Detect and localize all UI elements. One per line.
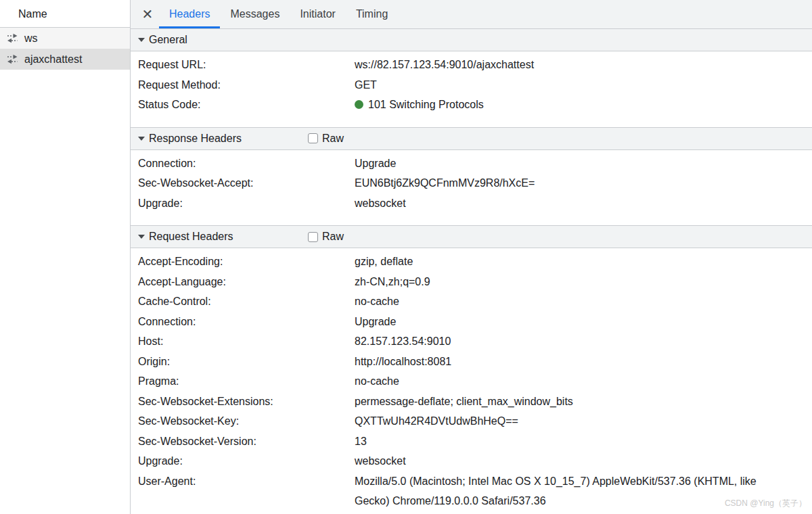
header-value-text: no-cache: [355, 296, 399, 307]
header-value: zh-CN,zh;q=0.9: [355, 272, 430, 292]
header-row: Sec-Websocket-Accept: EUN6Btj6Zk9QCFnmMV…: [131, 173, 812, 193]
header-value: http://localhost:8081: [355, 352, 451, 372]
request-list-item-ajaxchattest[interactable]: ajaxchattest: [0, 49, 130, 70]
header-value-text: Mozilla/5.0 (Macintosh; Intel Mac OS X 1…: [355, 475, 757, 507]
tab-timing[interactable]: Timing: [346, 0, 398, 28]
header-row: User-Agent: Mozilla/5.0 (Macintosh; Inte…: [131, 471, 812, 511]
header-name: Connection:: [131, 312, 355, 332]
header-row: Upgrade: websocket: [131, 451, 812, 471]
header-value: websocket: [355, 193, 406, 214]
header-name: Status Code:: [131, 95, 355, 115]
header-value: 82.157.123.54:9010: [355, 331, 451, 352]
header-row: Pragma: no-cache: [131, 371, 812, 392]
request-name: ws: [24, 32, 38, 45]
collapse-triangle-icon: [138, 38, 145, 42]
header-value-text: no-cache: [355, 375, 399, 387]
header-value-text: Upgrade: [355, 316, 396, 327]
section-header[interactable]: General: [131, 29, 812, 51]
section-rows: Accept-Encoding: gzip, deflate Accept-La…: [131, 248, 812, 514]
section-rows: Request URL: ws://82.157.123.54:9010/aja…: [131, 51, 812, 118]
header-row: Status Code: 101 Switching Protocols: [131, 95, 812, 115]
header-row: Request URL: ws://82.157.123.54:9010/aja…: [131, 55, 812, 75]
header-value-text: http://localhost:8081: [355, 356, 451, 367]
section-request-headers: Request Headers Raw Accept-Encoding: gzi…: [131, 225, 812, 514]
raw-checkbox[interactable]: [308, 133, 318, 143]
header-name: Sec-Websocket-Extensions:: [131, 392, 355, 412]
header-value-text: QXTTwUh42R4DVtUdwBhHeQ==: [355, 415, 518, 427]
header-name: Pragma:: [131, 371, 355, 392]
header-value-text: 13: [355, 436, 367, 447]
request-name: ajaxchattest: [24, 53, 82, 66]
collapse-triangle-icon: [138, 137, 145, 141]
header-name: Cache-Control:: [131, 291, 355, 312]
header-value-text: zh-CN,zh;q=0.9: [355, 276, 430, 287]
header-value: no-cache: [355, 291, 399, 312]
header-value: gzip, deflate: [355, 252, 413, 272]
header-name: Accept-Encoding:: [131, 252, 355, 272]
header-row: Connection: Upgrade: [131, 154, 812, 174]
header-name: Request URL:: [131, 55, 355, 75]
header-value: EUN6Btj6Zk9QCFnmMVz9R8/hXcE=: [355, 173, 535, 193]
header-value-text: Upgrade: [355, 158, 396, 169]
header-value: permessage-deflate; client_max_window_bi…: [355, 392, 573, 412]
header-row: Connection: Upgrade: [131, 312, 812, 332]
status-dot-icon: [355, 100, 363, 109]
raw-toggle: Raw: [308, 226, 344, 248]
header-value: QXTTwUh42R4DVtUdwBhHeQ==: [355, 411, 518, 431]
request-list: ws ajaxchattest: [0, 28, 130, 70]
section-general: General Request URL: ws://82.157.123.54:…: [131, 29, 812, 118]
header-name: User-Agent:: [131, 471, 355, 511]
header-row: Request Method: GET: [131, 75, 812, 95]
header-row: Sec-Websocket-Extensions: permessage-def…: [131, 392, 812, 412]
header-row: Accept-Language: zh-CN,zh;q=0.9: [131, 272, 812, 292]
header-value-text: ws://82.157.123.54:9010/ajaxchattest: [355, 59, 534, 70]
header-row: Origin: http://localhost:8081: [131, 352, 812, 372]
section-header[interactable]: Response Headers Raw: [131, 128, 812, 150]
section-header[interactable]: Request Headers Raw: [131, 226, 812, 248]
tab-messages[interactable]: Messages: [220, 0, 290, 28]
raw-checkbox[interactable]: [308, 232, 318, 242]
header-value-text: GET: [355, 79, 377, 91]
header-value: Upgrade: [355, 154, 396, 174]
tab-headers[interactable]: Headers: [159, 0, 220, 28]
header-row: Host: 82.157.123.54:9010: [131, 331, 812, 352]
section-title: Request Headers: [149, 231, 233, 243]
header-name: Upgrade:: [131, 451, 355, 471]
header-value: 13: [355, 431, 367, 452]
header-value: GET: [355, 75, 377, 95]
websocket-icon: [7, 33, 18, 43]
header-name: Connection:: [131, 154, 355, 174]
header-name: Upgrade:: [131, 193, 355, 214]
collapse-triangle-icon: [138, 235, 145, 239]
header-value-text: websocket: [355, 197, 406, 209]
tab-initiator[interactable]: Initiator: [290, 0, 345, 28]
header-name: Sec-Websocket-Version:: [131, 431, 355, 452]
devtools-network-panel: Name ws ajaxchattest ✕ Hea: [0, 0, 812, 514]
close-icon[interactable]: ✕: [139, 7, 156, 21]
header-name: Accept-Language:: [131, 272, 355, 292]
header-name: Request Method:: [131, 75, 355, 95]
header-value: Upgrade: [355, 312, 396, 332]
section-title: General: [149, 34, 187, 46]
request-detail-panel: ✕ Headers Messages Initiator Timing Gene…: [131, 0, 812, 514]
header-value-text: gzip, deflate: [355, 256, 413, 267]
header-name: Sec-Websocket-Accept:: [131, 173, 355, 193]
header-value-text: 82.157.123.54:9010: [355, 335, 451, 347]
header-value: 101 Switching Protocols: [355, 95, 484, 115]
header-value: Mozilla/5.0 (Macintosh; Intel Mac OS X 1…: [355, 471, 783, 511]
websocket-icon: [7, 54, 18, 64]
name-column-header[interactable]: Name: [0, 0, 130, 28]
header-value-text: 101 Switching Protocols: [368, 99, 484, 110]
header-row: Sec-Websocket-Key: QXTTwUh42R4DVtUdwBhHe…: [131, 411, 812, 431]
raw-checkbox-label: Raw: [322, 231, 344, 243]
header-value: no-cache: [355, 371, 399, 392]
section-rows: Connection: Upgrade Sec-Websocket-Accept…: [131, 150, 812, 216]
header-row: Sec-Websocket-Version: 13: [131, 431, 812, 452]
header-value-text: EUN6Btj6Zk9QCFnmMVz9R8/hXcE=: [355, 177, 535, 189]
detail-tabs: Headers Messages Initiator Timing: [159, 0, 398, 28]
detail-tabbar: ✕ Headers Messages Initiator Timing: [131, 0, 812, 29]
header-value-text: permessage-deflate; client_max_window_bi…: [355, 396, 573, 407]
raw-toggle: Raw: [308, 128, 344, 149]
request-list-item-ws[interactable]: ws: [0, 28, 130, 49]
header-value: websocket: [355, 451, 406, 471]
